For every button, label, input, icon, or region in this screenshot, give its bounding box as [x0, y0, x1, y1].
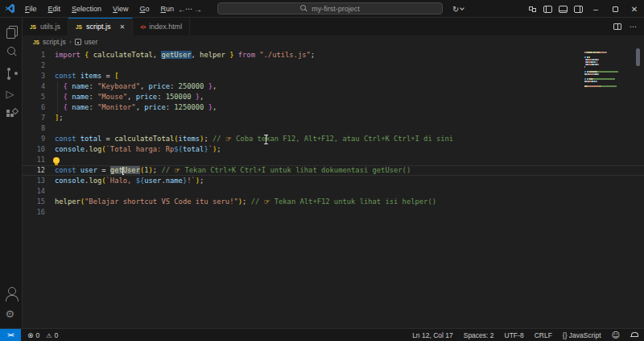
status-ln-12-col-17[interactable]: Ln 12, Col 17: [412, 331, 453, 339]
feedback-smiley-icon[interactable]: ☺: [612, 331, 620, 339]
breadcrumb-file[interactable]: script.js: [43, 38, 66, 46]
tab-label: index.html: [149, 23, 182, 31]
command-center-label: my-first-project: [312, 5, 360, 13]
code-line-3[interactable]: 3const items = [: [23, 71, 644, 81]
code-editor[interactable]: 1import { calculateTotal, getUser, helpe…: [23, 48, 644, 328]
code-line-1[interactable]: 1import { calculateTotal, getUser, helpe…: [23, 50, 644, 60]
menu-bar: FileEditSelectionViewGoRun⋯: [19, 5, 198, 13]
editor-group: utils.js script.js ✕ index.html ⋯: [23, 18, 644, 328]
line-number: 8: [23, 123, 45, 134]
code-line-6[interactable]: 6 { name: "Monitor", price: 1250000 },: [23, 102, 644, 113]
line-number: 9: [23, 134, 45, 144]
customize-layout-icon[interactable]: [528, 6, 537, 13]
line-number: 1: [23, 50, 45, 60]
lightbulb-icon[interactable]: [53, 157, 60, 164]
minimap-slider[interactable]: [636, 48, 640, 66]
pointing-hand-emoji: ☞: [225, 135, 232, 143]
html-file-icon: [140, 23, 145, 31]
history-navigation: ← →: [178, 0, 202, 18]
settings-icon[interactable]: [2, 306, 20, 326]
line-number: 5: [23, 92, 45, 102]
line-number: 15: [23, 197, 45, 207]
forward-icon[interactable]: →: [194, 5, 202, 14]
code-line-5[interactable]: 5 { name: "Mouse", price: 150000 },: [23, 92, 644, 102]
tab-script-js[interactable]: script.js ✕: [68, 18, 133, 35]
menu-file[interactable]: File: [19, 5, 43, 13]
menu-edit[interactable]: Edit: [43, 5, 67, 13]
sync-status[interactable]: ↻: [452, 0, 464, 18]
status-crlf[interactable]: CRLF: [535, 331, 552, 339]
tab-index-html[interactable]: index.html: [133, 18, 190, 35]
source-control-icon[interactable]: [2, 64, 20, 85]
code-line-8[interactable]: 8: [23, 123, 644, 134]
line-number: 2: [23, 60, 45, 71]
minimap[interactable]: [584, 51, 618, 89]
toggle-panel-icon[interactable]: [559, 6, 568, 13]
line-number: 3: [23, 71, 45, 81]
command-center-search[interactable]: my-first-project: [217, 2, 443, 15]
breadcrumb: script.js › user: [23, 35, 644, 48]
status-spaces-2[interactable]: Spaces: 2: [464, 331, 494, 339]
code-line-14[interactable]: 14: [23, 186, 644, 197]
code-line-9[interactable]: 9const total = calculateTotal(items); //…: [23, 134, 644, 144]
window-controls: – ✕: [525, 0, 644, 18]
line-number: 6: [23, 102, 45, 113]
js-file-icon: [33, 38, 39, 46]
search-view-icon[interactable]: [2, 43, 20, 64]
extensions-icon[interactable]: [2, 106, 20, 127]
toggle-secondary-sidebar-icon[interactable]: [574, 6, 583, 13]
code-line-12[interactable]: 12const user = getUser(1); // ☞ Tekan Ct…: [23, 165, 644, 176]
line-number: 14: [23, 186, 45, 197]
restore-icon: [613, 6, 618, 12]
status-utf-8[interactable]: UTF-8: [505, 331, 524, 339]
pointing-hand-emoji: ☞: [264, 198, 270, 206]
line-number: 10: [23, 144, 45, 155]
remote-indicator[interactable]: ><: [0, 329, 21, 341]
tab-bar: utils.js script.js ✕ index.html ⋯: [23, 18, 644, 35]
errors-icon: [27, 331, 34, 339]
code-line-4[interactable]: 4 { name: "Keyboard", price: 250000 },: [23, 81, 644, 92]
toggle-sidebar-icon[interactable]: [543, 6, 552, 13]
menu-view[interactable]: View: [107, 5, 134, 13]
accounts-icon[interactable]: [2, 285, 20, 306]
tab-label: utils.js: [40, 23, 60, 31]
status-bar-right: Ln 12, Col 17Spaces: 2UTF-8CRLF{} JavaSc…: [412, 331, 638, 339]
problems-status[interactable]: 0 0: [27, 331, 58, 339]
menu-selection[interactable]: Selection: [66, 5, 107, 13]
explorer-icon[interactable]: [2, 22, 20, 43]
tab-utils-js[interactable]: utils.js: [23, 18, 68, 35]
title-bar: FileEditSelectionViewGoRun⋯ ← → my-first…: [0, 0, 644, 18]
code-line-11[interactable]: 11: [23, 155, 644, 165]
notifications-bell-icon[interactable]: [630, 331, 638, 339]
code-line-16[interactable]: 16: [23, 207, 644, 218]
search-icon: [300, 5, 308, 12]
run-debug-icon[interactable]: [2, 85, 20, 106]
js-file-icon: [76, 23, 82, 31]
code-line-7[interactable]: 7];: [23, 113, 644, 123]
menu-run[interactable]: Run: [155, 5, 180, 13]
split-editor-icon[interactable]: [613, 23, 621, 30]
breadcrumb-symbol[interactable]: user: [85, 38, 98, 46]
pointing-hand-emoji: ☞: [174, 166, 180, 174]
back-icon[interactable]: ←: [178, 5, 186, 14]
js-file-icon: [30, 23, 36, 31]
code-line-13[interactable]: 13console.log(`Halo, ${user.name}!`);: [23, 176, 644, 186]
activity-bar: [0, 18, 23, 328]
indent-guide: [57, 81, 58, 113]
more-actions-icon[interactable]: ⋯: [630, 23, 637, 31]
close-tab-icon[interactable]: ✕: [119, 23, 125, 31]
line-number: 16: [23, 207, 45, 218]
minimize-button[interactable]: –: [586, 5, 605, 14]
menu-go[interactable]: Go: [134, 5, 155, 13]
symbol-variable-icon: [75, 39, 81, 45]
vscode-logo-icon: [0, 3, 19, 14]
restore-button[interactable]: [605, 5, 625, 14]
code-line-10[interactable]: 10console.log(`Total harga: Rp${total}`)…: [23, 144, 644, 155]
status-javascript[interactable]: {} JavaScript: [563, 331, 601, 339]
warning-count: 0: [54, 331, 58, 339]
close-button[interactable]: ✕: [625, 5, 644, 14]
code-line-15[interactable]: 15helper("Belajar shortcut VS Code itu s…: [23, 197, 644, 207]
line-number: 7: [23, 113, 45, 123]
line-number: 4: [23, 81, 45, 92]
code-line-2[interactable]: 2: [23, 60, 644, 71]
